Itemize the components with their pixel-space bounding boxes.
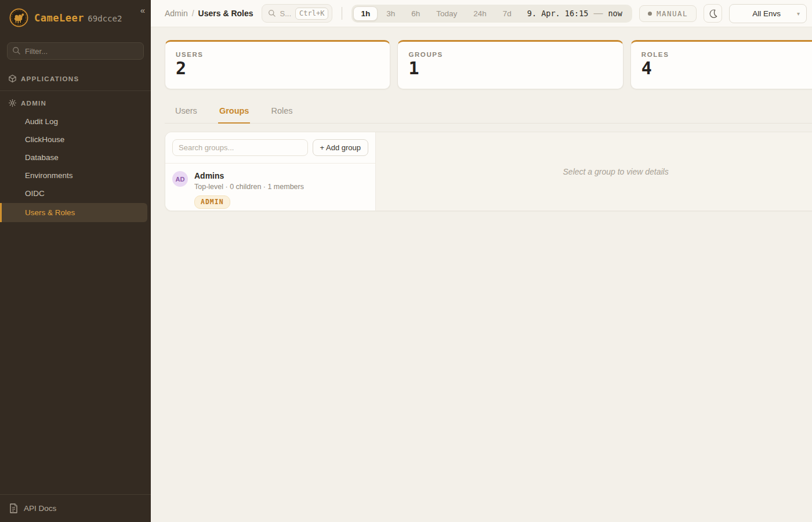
stat-card: USERS 2 [165, 40, 390, 89]
tab[interactable]: Roles [270, 103, 293, 124]
stat-value: 2 [176, 60, 379, 77]
tab[interactable]: Groups [218, 103, 251, 124]
group-details-pane: Select a group to view details [376, 132, 812, 211]
group-list-item[interactable]: AD Admins Top-level · 0 children · 1 mem… [165, 164, 375, 211]
app-version: 69dcce2 [88, 14, 122, 23]
sidebar: CameLeer 69dcce2 « APPLICATIONS ADMIN Au… [0, 0, 151, 522]
stat-label: USERS [176, 51, 379, 58]
sidebar-divider [0, 90, 151, 91]
chevron-down-icon: ▾ [797, 10, 800, 17]
breadcrumb: Admin / Users & Roles [165, 9, 253, 18]
breadcrumb-parent[interactable]: Admin [165, 9, 188, 18]
gear-icon [8, 99, 17, 107]
api-docs-label: API Docs [24, 504, 56, 513]
search-icon [12, 46, 21, 55]
groups-search-input[interactable] [172, 139, 308, 156]
search-placeholder: S... [280, 9, 292, 18]
sidebar-header: CameLeer 69dcce2 « [0, 0, 151, 37]
groups-list: AD Admins Top-level · 0 children · 1 mem… [165, 164, 375, 211]
time-to: now [608, 9, 622, 18]
stat-value: 1 [408, 60, 612, 77]
sidebar-filter-input[interactable] [7, 42, 144, 60]
global-search-button[interactable]: S... Ctrl+K [262, 4, 333, 23]
sidebar-item[interactable]: OIDC [0, 185, 151, 202]
main-area: Admin / Users & Roles S... Ctrl+K 1h3h6h… [151, 0, 812, 522]
api-docs-link[interactable]: API Docs [0, 494, 151, 522]
sidebar-item[interactable]: Environments [0, 167, 151, 184]
sidebar-filter [7, 42, 144, 60]
environment-select-value: All Envs [752, 9, 781, 18]
theme-toggle-button[interactable] [704, 4, 722, 23]
cameleer-logo-icon [9, 8, 28, 27]
section-label: APPLICATIONS [21, 75, 79, 82]
sidebar-item[interactable]: Audit Log [0, 113, 151, 130]
manual-mode-badge[interactable]: MANUAL [639, 5, 697, 22]
group-name: Admins [194, 170, 304, 182]
sidebar-section-admin[interactable]: ADMIN [0, 93, 151, 113]
time-range-button[interactable]: 24h [466, 6, 494, 21]
time-range-button[interactable]: 7d [495, 6, 519, 21]
time-range-button[interactable]: 6h [404, 6, 427, 21]
time-from: 9. Apr. 16:15 [527, 9, 589, 18]
time-range-button[interactable]: 1h [353, 6, 378, 21]
group-avatar: AD [172, 171, 188, 187]
app-title: CameLeer [34, 12, 84, 24]
time-separator: — [593, 8, 603, 19]
sidebar-item[interactable]: Database [0, 149, 151, 166]
groups-list-pane: + Add group AD Admins Top-level · 0 chil… [165, 132, 376, 211]
empty-state-text: Select a group to view details [563, 167, 669, 176]
tabs: UsersGroupsRoles [165, 103, 812, 124]
topbar-right: MANUAL All Envs ▾ admin AD [639, 4, 812, 23]
groups-panel: + Add group AD Admins Top-level · 0 chil… [165, 132, 812, 211]
section-label: ADMIN [21, 100, 46, 107]
time-range-button[interactable]: Today [429, 6, 465, 21]
status-dot [648, 12, 652, 16]
tab[interactable]: Users [174, 103, 198, 124]
sidebar-collapse-icon[interactable]: « [140, 6, 145, 14]
group-admin-badge: ADMIN [194, 195, 230, 209]
topbar: Admin / Users & Roles S... Ctrl+K 1h3h6h… [151, 0, 812, 27]
stat-card: ROLES 4 [630, 40, 812, 89]
sidebar-item[interactable]: Users & Roles [0, 203, 147, 222]
time-range-button[interactable]: 3h [379, 6, 403, 21]
stat-label: ROLES [641, 51, 812, 58]
breadcrumb-current: Users & Roles [198, 9, 253, 18]
search-shortcut-kbd: Ctrl+K [295, 8, 328, 20]
moon-icon [708, 9, 718, 19]
topbar-divider [342, 7, 342, 20]
search-icon [268, 9, 276, 17]
admin-nav: Audit LogClickHouseDatabaseEnvironmentsO… [0, 113, 151, 225]
mode-label: MANUAL [657, 9, 688, 18]
time-range-display[interactable]: 9. Apr. 16:15 — now [520, 8, 630, 19]
stat-card: GROUPS 1 [397, 40, 623, 89]
sidebar-section-applications[interactable]: APPLICATIONS [0, 69, 151, 88]
stat-value: 4 [641, 60, 812, 77]
sidebar-item[interactable]: ClickHouse [0, 131, 151, 148]
document-icon [9, 503, 18, 513]
time-range-buttons: 1h3h6hToday24h7d [353, 6, 519, 21]
add-group-button[interactable]: + Add group [313, 139, 368, 156]
time-range-group: 1h3h6hToday24h7d 9. Apr. 16:15 — now [351, 5, 632, 23]
package-icon [8, 74, 17, 83]
stat-label: GROUPS [408, 51, 612, 58]
group-meta: Top-level · 0 children · 1 members [194, 183, 304, 191]
groups-toolbar: + Add group [165, 132, 375, 164]
content: USERS 2 GROUPS 1 ROLES 4 UsersGroupsRole… [151, 27, 812, 522]
stat-cards: USERS 2 GROUPS 1 ROLES 4 [165, 40, 812, 89]
breadcrumb-separator: / [192, 9, 194, 18]
environment-select[interactable]: All Envs ▾ [729, 4, 807, 23]
